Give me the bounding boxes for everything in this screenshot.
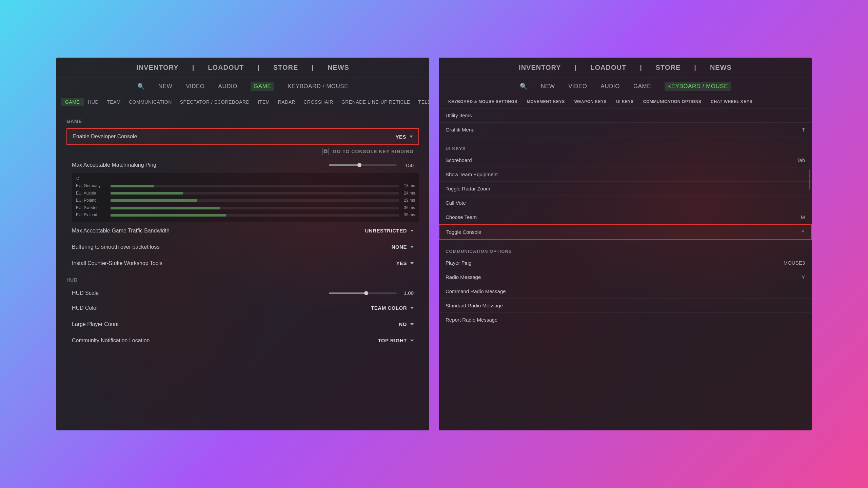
hud-scale-slider-track[interactable]	[329, 292, 397, 294]
kb-choose-team[interactable]: Choose Team M	[439, 210, 812, 224]
filter-video-left[interactable]: VIDEO	[186, 83, 204, 90]
kb-command-radio[interactable]: Command Radio Message	[439, 284, 812, 299]
ping-bar-poland	[111, 199, 399, 202]
subnav-grenade[interactable]: GRENADE LINE-UP RETICLE	[337, 98, 414, 106]
bandwidth-label: Max Acceptable Game Traffic Bandwidth	[72, 228, 170, 234]
kb-player-ping-label: Player Ping	[446, 260, 472, 266]
right-filter-keyboard[interactable]: KEYBOARD / MOUSE	[665, 82, 731, 91]
nav-store-right[interactable]: STORE	[656, 64, 681, 72]
kb-toggle-console[interactable]: Toggle Console ^	[439, 224, 812, 240]
hud-color-value[interactable]: TEAM COLOR	[371, 305, 414, 311]
refresh-icon[interactable]: ↺	[76, 176, 80, 181]
large-player-count-label: Large Player Count	[72, 321, 119, 327]
hud-color-chevron	[410, 307, 414, 309]
filter-audio-left[interactable]: AUDIO	[218, 83, 237, 90]
kb-radio-message[interactable]: Radio Message Y	[439, 270, 812, 284]
nav-inventory-right[interactable]: INVENTORY	[519, 64, 561, 72]
left-content: Game Enable Developer Console YES ⧉ GO T…	[56, 109, 429, 430]
workshop-value[interactable]: YES	[396, 260, 414, 266]
hud-scale-slider-thumb[interactable]	[364, 291, 368, 295]
right-filter-game[interactable]: GAME	[633, 83, 651, 90]
kb-show-team-equipment-label: Show Team Equipment	[446, 171, 498, 177]
kb-report-radio[interactable]: Report Radio Message	[439, 313, 812, 327]
ping-row-austria: EU, Austria 24 ms	[76, 190, 415, 197]
left-search-bar: 🔍 NEW VIDEO AUDIO GAME KEYBOARD / MOUSE	[56, 78, 429, 95]
right-filter-video[interactable]: VIDEO	[568, 83, 587, 90]
nav-news-right[interactable]: NEWS	[710, 64, 732, 72]
kb-nav-weapon[interactable]: WEAPON KEYS	[570, 98, 612, 105]
subnav-hud[interactable]: HUD	[84, 98, 103, 106]
right-search-icon[interactable]: 🔍	[520, 83, 527, 90]
nav-news-left[interactable]: NEWS	[328, 64, 349, 72]
kb-nav-communication[interactable]: COMMUNICATION OPTIONS	[638, 98, 706, 105]
ping-bar-austria	[111, 192, 399, 195]
hud-scale-label: HUD Scale	[72, 290, 99, 296]
left-sub-nav: GAME HUD TEAM COMMUNICATION SPECTATOR / …	[56, 95, 429, 109]
kb-utility-items[interactable]: Utility Items	[439, 108, 812, 123]
subnav-communication[interactable]: COMMUNICATION	[125, 98, 176, 106]
nav-inventory-left[interactable]: INVENTORY	[136, 64, 179, 72]
subnav-crosshair[interactable]: CROSSHAIR	[299, 98, 337, 106]
right-content: Utility Items Graffiti Menu T UI Keys Sc…	[439, 108, 812, 430]
subnav-item[interactable]: ITEM	[254, 98, 274, 106]
notification-location-label: Community Notification Location	[72, 338, 150, 344]
kb-report-radio-label: Report Radio Message	[446, 317, 497, 323]
buffering-row[interactable]: Buffering to smooth over packet loss NON…	[66, 239, 419, 255]
developer-console-value[interactable]: YES	[395, 134, 413, 140]
right-filter-new[interactable]: NEW	[541, 83, 555, 90]
kb-graffiti-menu[interactable]: Graffiti Menu T	[439, 123, 812, 137]
ping-bar-germany	[111, 185, 399, 187]
nav-store-left[interactable]: STORE	[273, 64, 298, 72]
kb-call-vote[interactable]: Call Vote	[439, 196, 812, 210]
ping-slider-wrap[interactable]: 150	[329, 162, 414, 168]
large-player-count-value[interactable]: NO	[399, 321, 414, 327]
ping-slider-fill	[329, 164, 359, 166]
ping-slider-thumb[interactable]	[357, 163, 361, 167]
bandwidth-value[interactable]: UNRESTRICTED	[365, 228, 414, 233]
hud-scale-slider-wrap[interactable]: 1.00	[329, 290, 414, 296]
ping-slider-track[interactable]	[329, 164, 397, 166]
console-link-text: GO TO CONSOLE KEY BINDING	[333, 149, 414, 154]
bandwidth-row[interactable]: Max Acceptable Game Traffic Bandwidth UN…	[66, 223, 419, 239]
kb-divider-2	[439, 242, 812, 242]
nav-loadout-left[interactable]: LOADOUT	[208, 64, 244, 72]
search-icon[interactable]: 🔍	[137, 83, 145, 90]
console-link[interactable]: ⧉ GO TO CONSOLE KEY BINDING	[66, 146, 419, 159]
notification-location-value[interactable]: TOP RIGHT	[378, 338, 414, 343]
filter-game-left[interactable]: GAME	[251, 82, 274, 91]
filter-keyboard-left[interactable]: KEYBOARD / MOUSE	[288, 83, 348, 90]
nav-loadout-right[interactable]: LOADOUT	[590, 64, 626, 72]
large-player-count-row[interactable]: Large Player Count NO	[66, 317, 419, 332]
kb-toggle-radar-zoom[interactable]: Toggle Radar Zoom	[439, 182, 812, 196]
subnav-game[interactable]: GAME	[61, 98, 84, 106]
ping-row: Max Acceptable Matchmaking Ping 150	[66, 159, 419, 171]
kb-show-team-equipment[interactable]: Show Team Equipment	[439, 167, 812, 182]
kb-divider-1	[439, 139, 812, 139]
workshop-label: Install Counter-Strike Workshop Tools	[72, 260, 162, 266]
subnav-telemetry[interactable]: TELEMETRY	[414, 98, 429, 106]
ping-country-finland: EU, Finland	[76, 211, 106, 219]
developer-console-row[interactable]: Enable Developer Console YES	[66, 128, 419, 145]
kb-toggle-console-label: Toggle Console	[446, 229, 481, 235]
right-filter-audio[interactable]: AUDIO	[601, 83, 620, 90]
buffering-value[interactable]: NONE	[392, 244, 414, 250]
subnav-team[interactable]: TEAM	[103, 98, 125, 106]
ping-ms-finland: 38 ms	[403, 211, 415, 219]
ping-ms-germany: 13 ms	[403, 182, 415, 190]
ping-bar-fill-sweden	[111, 207, 220, 209]
filter-new-left[interactable]: NEW	[158, 83, 172, 90]
hud-color-row[interactable]: HUD Color TEAM COLOR	[66, 300, 419, 316]
kb-nav-movement[interactable]: MOVEMENT KEYS	[522, 98, 570, 105]
kb-scoreboard[interactable]: Scoreboard Tab	[439, 153, 812, 167]
kb-player-ping[interactable]: Player Ping MOUSE3	[439, 256, 812, 270]
kb-nav-chat-wheel[interactable]: CHAT WHEEL KEYS	[706, 98, 757, 105]
workshop-chevron	[410, 262, 414, 264]
subnav-radar[interactable]: RADAR	[274, 98, 300, 106]
notification-location-row[interactable]: Community Notification Location TOP RIGH…	[66, 333, 419, 348]
workshop-row[interactable]: Install Counter-Strike Workshop Tools YE…	[66, 256, 419, 271]
kb-nav-ui[interactable]: UI KEYS	[611, 98, 638, 105]
bandwidth-chevron	[410, 230, 414, 232]
kb-standard-radio[interactable]: Standard Radio Message	[439, 299, 812, 313]
subnav-spectator[interactable]: SPECTATOR / SCOREBOARD	[176, 98, 254, 106]
kb-nav-settings[interactable]: KEYBOARD & MOUSE SETTINGS	[443, 98, 522, 105]
